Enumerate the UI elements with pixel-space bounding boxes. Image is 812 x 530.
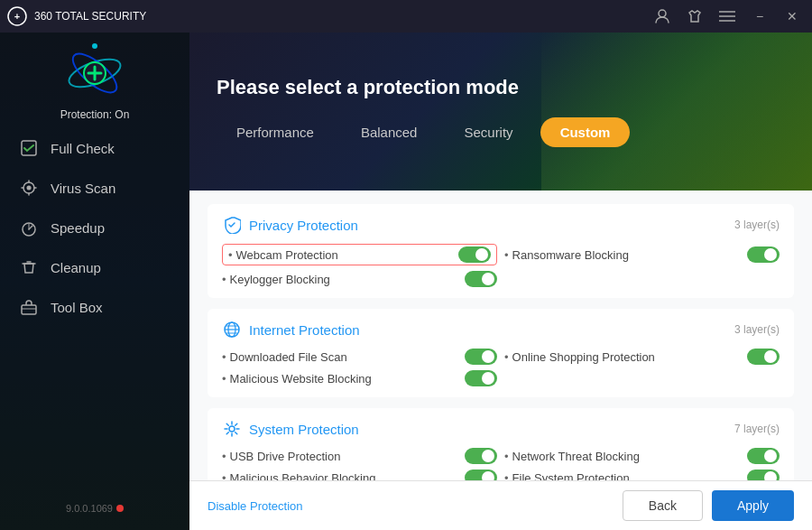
version-text: 9.0.0.1069 <box>66 503 113 514</box>
tab-balanced[interactable]: Balanced <box>341 117 438 147</box>
system-section-title: System Protection <box>222 419 359 439</box>
keylogger-item: Keylogger Blocking <box>222 271 497 287</box>
malicious-website-label: Malicious Website Blocking <box>222 372 372 386</box>
close-button[interactable]: ✕ <box>780 4 805 29</box>
svg-point-31 <box>229 426 235 432</box>
app-body: Protection: On Full Check <box>0 33 812 530</box>
sidebar-item-virus-scan[interactable]: Virus Scan <box>0 168 189 208</box>
hamburger-icon <box>719 10 735 23</box>
main-content: Please select a protection mode Performa… <box>189 33 812 530</box>
shirt-icon <box>687 8 703 24</box>
privacy-icon <box>222 215 242 235</box>
file-scan-item: Downloaded File Scan <box>222 349 497 365</box>
footer-buttons: Back Apply <box>623 490 794 521</box>
svg-line-20 <box>29 226 32 229</box>
file-scan-toggle[interactable] <box>465 349 497 365</box>
system-title: System Protection <box>249 422 359 437</box>
apply-button[interactable]: Apply <box>712 490 794 521</box>
internet-items: Downloaded File Scan Online Shopping Pro… <box>222 349 780 386</box>
system-icon <box>222 419 242 439</box>
protection-status: Protection: On <box>60 108 130 121</box>
cleanup-icon <box>18 256 40 278</box>
system-layers: 7 layer(s) <box>734 423 780 435</box>
disable-protection-button[interactable]: Disable Protection <box>208 499 303 513</box>
cleanup-label: Cleanup <box>51 260 101 275</box>
usb-drive-item: USB Drive Protection <box>222 448 497 464</box>
hero-section: Please select a protection mode Performa… <box>189 33 812 191</box>
keylogger-toggle[interactable] <box>465 271 497 287</box>
network-threat-label: Network Threat Blocking <box>504 450 640 463</box>
sidebar-logo: Protection: On <box>60 42 130 121</box>
sidebar: Protection: On Full Check <box>0 33 189 530</box>
webcam-label: Webcam Protection <box>228 248 338 262</box>
internet-protection-section: Internet Protection 3 layer(s) Downloade… <box>208 309 794 397</box>
usb-drive-toggle[interactable] <box>465 448 497 464</box>
webcam-toggle[interactable] <box>458 246 491 263</box>
mode-tabs: Performance Balanced Security Custom <box>217 117 785 147</box>
virus-scan-icon <box>18 177 40 199</box>
title-bar: + 360 TOTAL SECURITY − ✕ <box>0 0 812 33</box>
file-system-toggle[interactable] <box>747 470 780 480</box>
virus-scan-label: Virus Scan <box>51 181 115 196</box>
file-system-item: File System Protection <box>504 470 780 480</box>
sidebar-nav: Full Check Virus Scan <box>0 128 189 496</box>
sidebar-footer: 9.0.0.1069 <box>59 496 131 521</box>
network-threat-item: Network Threat Blocking <box>504 448 780 464</box>
svg-point-18 <box>27 186 32 191</box>
usb-drive-label: USB Drive Protection <box>222 450 340 463</box>
toolbox-label: Tool Box <box>51 300 103 315</box>
tab-security[interactable]: Security <box>444 117 532 147</box>
malicious-behavior-item: Malicious Behavior Blocking <box>222 470 497 480</box>
sidebar-item-cleanup[interactable]: Cleanup <box>0 247 189 287</box>
privacy-title: Privacy Protection <box>249 218 358 233</box>
title-bar-left: + 360 TOTAL SECURITY <box>7 6 146 26</box>
logo-circle <box>63 42 126 105</box>
menu-button[interactable] <box>715 4 740 29</box>
malicious-behavior-toggle[interactable] <box>465 470 497 480</box>
content-area[interactable]: Privacy Protection 3 layer(s) Webcam Pro… <box>189 191 812 480</box>
malicious-behavior-label: Malicious Behavior Blocking <box>222 471 375 481</box>
tab-custom[interactable]: Custom <box>540 117 631 147</box>
internet-title: Internet Protection <box>249 322 360 338</box>
profile-button[interactable] <box>650 4 675 29</box>
full-check-label: Full Check <box>51 141 115 156</box>
malicious-website-item: Malicious Website Blocking <box>222 370 497 386</box>
online-shopping-toggle[interactable] <box>747 349 780 365</box>
hero-title: Please select a protection mode <box>217 76 785 99</box>
privacy-section-title: Privacy Protection <box>222 215 358 235</box>
footer-bar: Disable Protection Back Apply <box>189 480 812 530</box>
user-icon <box>654 8 670 24</box>
full-check-icon <box>18 137 40 159</box>
internet-icon <box>222 320 242 339</box>
ransomware-label: Ransomware Blocking <box>504 248 629 262</box>
online-shopping-item: Online Shopping Protection <box>504 349 780 365</box>
privacy-section-header: Privacy Protection 3 layer(s) <box>222 215 780 235</box>
toolbox-icon <box>18 296 40 318</box>
theme-button[interactable] <box>682 4 707 29</box>
minimize-button[interactable]: − <box>747 4 772 29</box>
app-logo-icon: + <box>7 6 27 26</box>
internet-section-header: Internet Protection 3 layer(s) <box>222 320 780 339</box>
internet-layers: 3 layer(s) <box>734 323 780 336</box>
sidebar-item-tool-box[interactable]: Tool Box <box>0 287 189 327</box>
file-system-label: File System Protection <box>504 471 630 481</box>
app-title: 360 TOTAL SECURITY <box>34 10 146 23</box>
hero-background <box>541 33 812 191</box>
online-shopping-label: Online Shopping Protection <box>504 350 655 364</box>
svg-text:+: + <box>14 11 20 22</box>
sidebar-item-full-check[interactable]: Full Check <box>0 128 189 168</box>
status-dot <box>116 505 124 512</box>
back-button[interactable]: Back <box>623 490 703 521</box>
webcam-protection-item: Webcam Protection <box>222 244 497 265</box>
logo-svg <box>63 42 126 105</box>
ransomware-toggle[interactable] <box>747 246 780 263</box>
network-threat-toggle[interactable] <box>747 448 780 464</box>
sidebar-item-speedup[interactable]: Speedup <box>0 208 189 247</box>
speedup-icon <box>18 217 40 238</box>
malicious-website-toggle[interactable] <box>465 370 497 386</box>
tab-performance[interactable]: Performance <box>217 117 334 147</box>
svg-rect-24 <box>22 305 36 314</box>
internet-section-title: Internet Protection <box>222 320 360 339</box>
system-items: USB Drive Protection Network Threat Bloc… <box>222 448 780 480</box>
svg-point-2 <box>659 10 666 17</box>
